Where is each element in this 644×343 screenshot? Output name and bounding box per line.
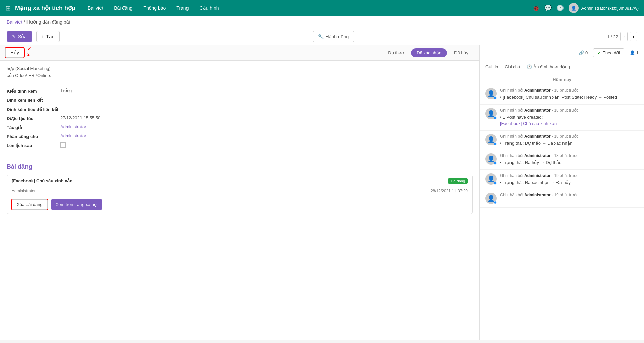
value-kieu-dinh-kem: Trống (60, 88, 72, 93)
post-date: 28/12/2021 11:37:29 (431, 189, 468, 193)
avatar-3: 👤 (485, 134, 497, 145)
label-dinh-kem-tieu-de: Đính kèm tiêu đề liên kết (7, 106, 60, 112)
tab-da-xac-nhan[interactable]: Đã xác nhận (411, 48, 447, 57)
nav-cau-hinh[interactable]: Cấu hình (197, 4, 221, 12)
links-count: 0 (585, 50, 588, 55)
chatter-body-4: Ghi nhận bởi Administrator - 18 phút trư… (500, 153, 639, 166)
post-card: [Facebook] Chú sâu xinh xắn Đã đăng Admi… (7, 175, 473, 214)
nav-menu: Bài viết Bài đăng Thông báo Trang Cấu hì… (86, 4, 532, 12)
nav-trang[interactable]: Trang (174, 4, 191, 12)
arrow-2-indicator: ↙ 2 (27, 46, 31, 57)
main-layout: Hủy ↙ 2 Dự thảo Đã xác nhận Đã hủy hợp (… (0, 45, 644, 340)
theo-doi-label: Theo dõi (603, 50, 620, 55)
check-icon: ✓ (597, 50, 601, 55)
topnav-right: 🐞 💬 🕐 👤 Administrator (xzfxj3m8817w) (532, 3, 639, 13)
avatar-6: 👤 (485, 193, 497, 204)
page-info: 1 / 22 (607, 34, 618, 39)
chatter-body-5: Ghi nhận bởi Administrator - 19 phút trư… (500, 173, 639, 186)
clock-icon[interactable]: 🕐 (556, 4, 564, 12)
toolbar-left: ✎ Sửa + Tạo (7, 31, 60, 42)
note-link[interactable]: Ghi chú (505, 64, 520, 69)
nav-bai-dang[interactable]: Bài đăng (112, 4, 135, 12)
edit-icon: ✎ (12, 34, 16, 39)
label-phan-cong: Phân công cho (7, 133, 60, 139)
post-card-actions: Xóa bài đăng Xem trên trang xã hội ↑ 1 (7, 197, 472, 214)
theo-doi-button[interactable]: ✓ Theo dõi (593, 48, 624, 57)
breadcrumb-separator: / (24, 19, 26, 25)
field-duoc-tao-luc: Được tạo lúc 27/12/2021 15:55:50 (7, 115, 473, 121)
label-tac-gia: Tác giả (7, 124, 60, 130)
checkbox-len-lich[interactable] (60, 142, 66, 148)
view-social-label: Xem trên trang xã hội (56, 202, 98, 207)
view-social-button[interactable]: Xem trên trang xã hội (51, 199, 102, 210)
plus-icon: + (41, 34, 44, 39)
value-tac-gia[interactable]: Administrator (60, 124, 86, 129)
chatter-actions: Gửi tin Ghi chú 🕐 Ấn định hoạt động (480, 61, 644, 73)
assign-activity-link[interactable]: 🕐 Ấn định hoạt động (527, 64, 570, 69)
chatter-message-1: 👤 Ghi nhận bởi Administrator - 18 phút t… (480, 85, 644, 105)
chatter-message-6-partial: 👤 Ghi nhận bởi Administrator - 19 phút t… (480, 189, 644, 208)
toolbar-right: 1 / 22 ‹ › (607, 32, 637, 41)
post-card-header: [Facebook] Chú sâu xinh xắn Đã đăng (7, 175, 472, 187)
post-title: [Facebook] Chú sâu xinh xắn (12, 178, 72, 183)
online-dot-3 (494, 142, 497, 145)
grid-icon[interactable]: ⊞ (5, 4, 11, 12)
description-area: hợp (Social Marketing)của Odoo/ ERPOnlin… (0, 61, 479, 83)
delete-label: Xóa bài đăng (17, 202, 43, 207)
field-phan-cong: Phân công cho Administrator (7, 133, 473, 139)
toolbar-center: 🔧 Hành động (60, 31, 607, 42)
toolbar: ✎ Sửa + Tạo 🔧 Hành động 1 / 22 ‹ › (0, 28, 644, 45)
chatter-date-header: Hôm nay (480, 73, 644, 85)
edit-button[interactable]: ✎ Sửa (7, 31, 32, 42)
create-button[interactable]: + Tạo (36, 31, 60, 42)
breadcrumb-parent[interactable]: Bài viết (7, 19, 22, 25)
status-tabs: Dự thảo Đã xác nhận Đã hủy (382, 48, 474, 57)
action-button[interactable]: 🔧 Hành động (313, 31, 354, 42)
chatter-meta-6: Ghi nhận bởi Administrator - 19 phút trư… (500, 193, 639, 197)
avatar-1: 👤 (485, 88, 497, 99)
chatter-message-5: 👤 Ghi nhận bởi Administrator - 19 phút t… (480, 170, 644, 190)
avatar-4: 👤 (485, 153, 497, 165)
tab-du-thao[interactable]: Dự thảo (382, 48, 410, 57)
clock-small-icon: 🕐 (527, 64, 532, 69)
chatter-body-1: Ghi nhận bởi Administrator - 18 phút trư… (500, 88, 639, 101)
value-phan-cong[interactable]: Administrator (60, 133, 86, 138)
nav-thong-bao[interactable]: Thông báo (141, 4, 168, 12)
avatar-2: 👤 (485, 108, 497, 119)
delete-post-button[interactable]: Xóa bài đăng (12, 199, 48, 210)
breadcrumb-current: Hướng dẫn đăng bài (26, 19, 70, 25)
breadcrumb: Bài viết / Hướng dẫn đăng bài (0, 16, 644, 28)
bai-dang-title: Bài đăng (7, 163, 473, 170)
prev-page-button[interactable]: ‹ (620, 32, 628, 41)
huy-button[interactable]: Hủy (5, 48, 24, 58)
post-card-sub: Administrator 28/12/2021 11:37:29 (7, 187, 472, 197)
value-duoc-tao-luc: 27/12/2021 15:55:50 (60, 115, 100, 120)
tab-da-huy[interactable]: Đã hủy (448, 48, 474, 57)
field-len-lich: Lên lịch sau (7, 142, 473, 148)
chatter-text-2: • 1 Post have created:[Facebook] Chú sâu… (500, 114, 639, 127)
next-page-button[interactable]: › (630, 32, 637, 41)
field-dinh-kem-tieu-de: Đính kèm tiêu đề liên kết (7, 106, 473, 112)
field-tac-gia: Tác giả Administrator (7, 124, 473, 130)
chat-icon[interactable]: 💬 (544, 4, 552, 12)
label-kieu-dinh-kem: Kiểu đính kèm (7, 88, 60, 94)
action-label: Hành động (326, 34, 349, 39)
cancel-btn-wrapper: Hủy ↙ 2 (5, 48, 24, 58)
user-menu[interactable]: 👤 Administrator (xzfxj3m8817w) (569, 3, 639, 13)
chatter-message-2: 👤 Ghi nhận bởi Administrator - 18 phút t… (480, 105, 644, 131)
left-panel: Hủy ↙ 2 Dự thảo Đã xác nhận Đã hủy hợp (… (0, 45, 480, 340)
online-dot-4 (494, 162, 497, 165)
bug-icon[interactable]: 🐞 (532, 4, 540, 12)
top-navigation: ⊞ Mạng xã hội tích hợp Bài viết Bài đăng… (0, 0, 644, 16)
form-section: Kiểu đính kèm Trống Đính kèm liên kết Đí… (0, 83, 479, 157)
chatter-meta-3: Ghi nhận bởi Administrator - 18 phút trư… (500, 134, 639, 139)
post-author: Administrator (12, 189, 36, 193)
edit-label: Sửa (18, 34, 27, 39)
avatar-5: 👤 (485, 173, 497, 185)
label-dinh-kem-lien-ket: Đính kèm liên kết (7, 97, 60, 103)
create-label: Tạo (46, 34, 54, 39)
nav-bai-viet[interactable]: Bài viết (86, 4, 105, 12)
send-message-link[interactable]: Gửi tin (485, 64, 498, 69)
chatter-meta-5: Ghi nhận bởi Administrator - 19 phút trư… (500, 173, 639, 178)
link-icon: 🔗 (579, 50, 584, 55)
